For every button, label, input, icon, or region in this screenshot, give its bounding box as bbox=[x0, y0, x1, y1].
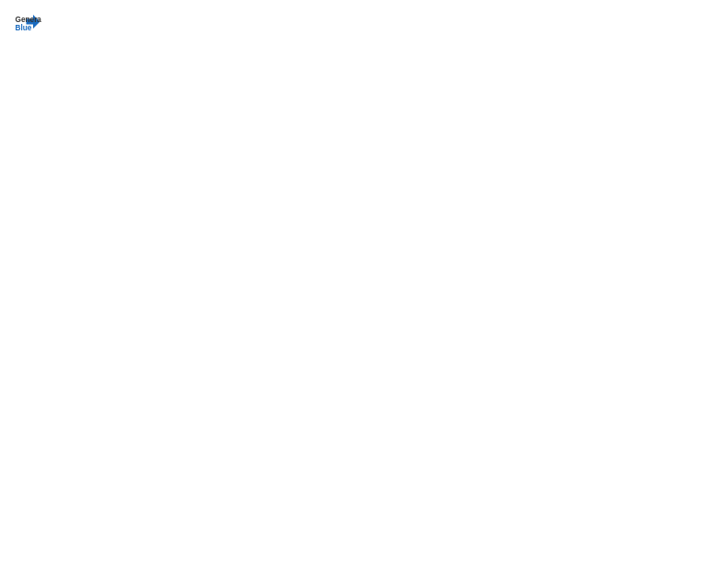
logo: General Blue bbox=[14, 9, 43, 37]
svg-text:Blue: Blue bbox=[16, 24, 32, 32]
svg-text:General: General bbox=[16, 16, 42, 24]
header: General Blue bbox=[14, 9, 714, 37]
page: General Blue bbox=[0, 0, 728, 53]
logo-icon: General Blue bbox=[14, 9, 41, 37]
